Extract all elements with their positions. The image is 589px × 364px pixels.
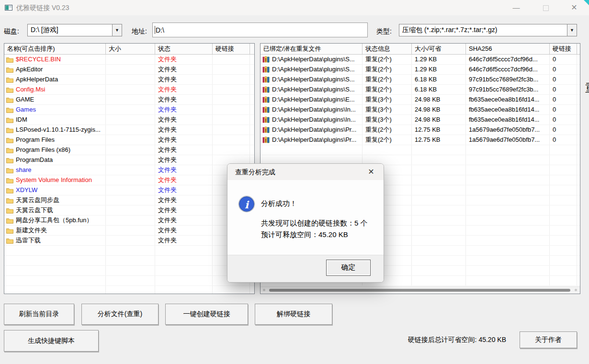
table-row[interactable]: D:\ApkHelperData\plugins\S... 重复(2个) 6.1… bbox=[261, 85, 580, 95]
folder-name: IDM bbox=[16, 115, 27, 125]
column-header-hardlink[interactable]: 硬链接 bbox=[550, 44, 577, 54]
table-row[interactable]: GAME 文件夹 bbox=[4, 95, 254, 105]
maximize-button[interactable] bbox=[535, 0, 557, 15]
column-header-sha256[interactable]: SHA256 bbox=[466, 44, 550, 54]
hardlink-cell bbox=[213, 85, 250, 94]
scroll-left-arrow-icon[interactable] bbox=[263, 289, 265, 291]
folder-name: 新建文件夹 bbox=[16, 226, 47, 235]
folder-icon bbox=[6, 167, 13, 173]
folder-name-cell: System Volume Information bbox=[4, 175, 106, 185]
table-row[interactable]: 新建文件夹 文件夹 bbox=[4, 226, 254, 236]
folder-name-cell bbox=[4, 286, 106, 294]
scrollbar-thumb[interactable] bbox=[269, 289, 570, 292]
address-input[interactable]: D:\ bbox=[152, 23, 368, 37]
column-header-hardlink[interactable]: 硬链接 bbox=[213, 44, 250, 54]
table-row[interactable]: share 文件夹 bbox=[4, 165, 254, 175]
chevron-down-icon: ▼ bbox=[115, 28, 119, 33]
table-row[interactable]: Games 文件夹 bbox=[4, 105, 254, 115]
file-path-cell: D:\ApkHelperData\plugins\In... bbox=[261, 105, 362, 114]
table-row[interactable] bbox=[4, 256, 254, 266]
table-row[interactable]: D:\ApkHelperData\plugins\In... 重复(3个) 24… bbox=[261, 115, 580, 125]
column-header-statusinfo[interactable]: 状态信息 bbox=[362, 44, 412, 54]
unbind-hardlinks-button[interactable]: 解绑硬链接 bbox=[255, 304, 332, 325]
filler-cell bbox=[577, 65, 580, 74]
file-path: D:\ApkHelperData\plugins\S... bbox=[272, 65, 355, 74]
size-save-cell: 1.29 KB bbox=[412, 55, 466, 64]
disk-combobox-arrow[interactable]: ▼ bbox=[112, 24, 122, 36]
column-header-size-save[interactable]: 大小/可省 bbox=[412, 44, 466, 54]
table-row[interactable]: $RECYCLE.BIN 文件夹 bbox=[4, 55, 254, 65]
table-row[interactable]: Program Files 文件夹 bbox=[4, 135, 254, 145]
table-row[interactable]: D:\ApkHelperData\plugins\S... 重复(2个) 1.2… bbox=[261, 55, 580, 65]
column-header-status[interactable]: 状态 bbox=[155, 44, 213, 54]
column-header-size[interactable]: 大小 bbox=[106, 44, 155, 54]
horizontal-scrollbar[interactable] bbox=[261, 286, 580, 294]
size-save-cell bbox=[412, 155, 466, 165]
table-row[interactable]: Program Files (x86) 文件夹 bbox=[4, 145, 254, 155]
folder-icon bbox=[6, 107, 13, 113]
folder-list-header: 名称(可点击排序) 大小 状态 硬链接 bbox=[4, 44, 254, 55]
status-info-cell: 重复(2个) bbox=[362, 85, 412, 94]
table-row[interactable] bbox=[4, 266, 254, 276]
table-row[interactable]: 迅雷下载 文件夹 bbox=[4, 236, 254, 246]
column-header-name[interactable]: 名称(可点击排序) bbox=[4, 44, 106, 54]
column-header-path[interactable]: 已绑定/潜在重复文件 bbox=[261, 44, 362, 54]
dialog-close-button[interactable]: ✕ bbox=[363, 164, 379, 180]
minimize-button[interactable]: — bbox=[505, 0, 527, 15]
status-cell bbox=[155, 246, 213, 255]
hardlink-count-cell bbox=[550, 195, 577, 205]
table-row[interactable]: 天翼云盘下载 文件夹 bbox=[4, 205, 254, 216]
table-row[interactable]: Config.Msi 文件夹 bbox=[4, 85, 254, 95]
size-cell bbox=[106, 195, 155, 205]
hardlink-cell bbox=[213, 125, 250, 135]
size-save-cell: 24.98 KB bbox=[412, 95, 466, 104]
table-row[interactable]: D:\ApkHelperData\plugins\Pr... 重复(2个) 12… bbox=[261, 135, 580, 145]
table-row[interactable]: ApkHelperData 文件夹 bbox=[4, 75, 254, 85]
total-savings-label: 硬链接后总计可省空间: 45.20 KB bbox=[408, 336, 506, 344]
ok-button[interactable]: 确定 bbox=[326, 260, 371, 276]
file-path-cell: D:\ApkHelperData\plugins\Pr... bbox=[261, 135, 362, 145]
create-hardlinks-button[interactable]: 一键创建硬链接 bbox=[165, 304, 248, 325]
table-row[interactable]: LSPosed-v1.10.1-7115-zygis... 文件夹 bbox=[4, 125, 254, 135]
folder-icon bbox=[6, 228, 13, 234]
size-save-cell bbox=[412, 175, 466, 185]
scroll-right-arrow-icon[interactable] bbox=[575, 289, 577, 291]
table-row[interactable]: D:\ApkHelperData\plugins\S... 重复(2个) 1.2… bbox=[261, 65, 580, 75]
sha256-cell bbox=[466, 195, 550, 205]
close-button[interactable]: ✕ bbox=[563, 0, 585, 15]
table-row[interactable] bbox=[4, 286, 254, 294]
table-row[interactable] bbox=[261, 145, 580, 155]
type-combobox-value: 压缩包 (*.zip;*.rar;*.7z;*.tar;*.gz) bbox=[399, 26, 567, 34]
table-row[interactable]: XDYLW 文件夹 bbox=[4, 185, 254, 195]
size-save-cell: 1.29 KB bbox=[412, 65, 466, 74]
archive-file-icon bbox=[262, 136, 270, 143]
table-row[interactable]: ApkEditor 文件夹 bbox=[4, 65, 254, 75]
table-row[interactable]: D:\ApkHelperData\plugins\E... 重复(3个) 24.… bbox=[261, 95, 580, 105]
table-row[interactable]: 天翼云盘同步盘 文件夹 bbox=[4, 195, 254, 205]
size-cell bbox=[106, 256, 155, 265]
table-row[interactable]: ProgramData 文件夹 bbox=[4, 155, 254, 165]
folder-name-cell bbox=[4, 256, 106, 265]
type-combobox-arrow[interactable]: ▼ bbox=[567, 24, 577, 36]
analyze-files-button[interactable]: 分析文件(查重) bbox=[81, 304, 159, 325]
about-author-button[interactable]: 关于作者 bbox=[520, 331, 577, 348]
table-row[interactable]: System Volume Information 文件夹 bbox=[4, 175, 254, 185]
table-row[interactable] bbox=[4, 246, 254, 256]
folder-name-cell: Program Files (x86) bbox=[4, 145, 106, 155]
table-row[interactable]: D:\ApkHelperData\plugins\Pr... 重复(2个) 12… bbox=[261, 125, 580, 135]
table-row[interactable]: 网盘分享工具包（5pb.fun） 文件夹 bbox=[4, 216, 254, 226]
disk-combobox[interactable]: D:\ [游戏] ▼ bbox=[27, 24, 122, 36]
folder-name: 网盘分享工具包（5pb.fun） bbox=[16, 216, 92, 225]
table-row[interactable] bbox=[4, 276, 254, 286]
refresh-directory-button[interactable]: 刷新当前目录 bbox=[4, 304, 74, 325]
status-cell: 文件夹 bbox=[155, 216, 213, 225]
generate-script-button[interactable]: 生成快捷键脚本 bbox=[4, 330, 99, 352]
type-label: 类型: bbox=[376, 27, 392, 36]
archive-file-icon bbox=[262, 96, 270, 103]
table-row[interactable]: IDM 文件夹 bbox=[4, 115, 254, 125]
table-row[interactable]: D:\ApkHelperData\plugins\S... 重复(2个) 6.1… bbox=[261, 75, 580, 85]
type-combobox[interactable]: 压缩包 (*.zip;*.rar;*.7z;*.tar;*.gz) ▼ bbox=[399, 24, 577, 36]
table-row[interactable]: D:\ApkHelperData\plugins\In... 重复(3个) 24… bbox=[261, 105, 580, 115]
sha256-cell bbox=[466, 145, 550, 155]
size-cell bbox=[106, 55, 155, 64]
